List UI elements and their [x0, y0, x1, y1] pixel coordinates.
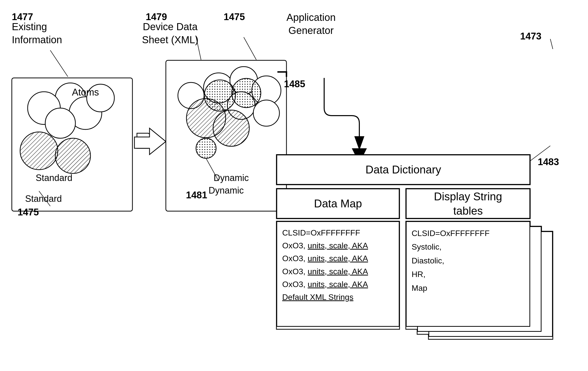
- dm-line4: OxO3, units, scale, AKA: [282, 265, 394, 278]
- svg-marker-14: [137, 133, 161, 148]
- svg-point-17: [204, 73, 234, 103]
- device-data-sheet-label: Device DataSheet (XML): [142, 20, 199, 46]
- existing-information-label: ExistingInformation: [12, 20, 62, 46]
- svg-rect-4: [12, 78, 132, 211]
- svg-line-41: [206, 158, 219, 181]
- svg-text:Standard: Standard: [36, 173, 72, 183]
- svg-point-7: [69, 97, 102, 129]
- app-gen-bracket: ⌐: [276, 60, 288, 83]
- data-dictionary-box: Data Dictionary: [276, 155, 530, 185]
- dm-line1: CLSID=OxFFFFFFFF: [282, 226, 394, 239]
- svg-point-18: [230, 67, 258, 94]
- ds-line3: Diastolic,: [412, 254, 524, 267]
- display-string-box: Display Stringtables: [406, 189, 530, 219]
- dm-line5: OxO3, units, scale, AKA: [282, 278, 394, 291]
- svg-point-5: [55, 83, 85, 113]
- svg-line-39: [244, 37, 256, 60]
- svg-point-11: [55, 138, 90, 173]
- svg-point-26: [232, 78, 261, 108]
- ds-line4: HR,: [412, 267, 524, 281]
- svg-marker-15: [134, 128, 166, 155]
- data-dictionary-label: Data Dictionary: [366, 163, 441, 176]
- svg-point-6: [28, 92, 60, 124]
- ds-line2: Systolic,: [412, 240, 524, 254]
- svg-point-9: [87, 84, 114, 112]
- svg-point-27: [196, 138, 216, 158]
- svg-point-8: [45, 108, 75, 138]
- svg-text:Dynamic: Dynamic: [214, 173, 249, 183]
- dm-line2: OxO3, units, scale, AKA: [282, 239, 394, 252]
- svg-point-22: [253, 100, 279, 126]
- ref-1473: 1473: [520, 30, 542, 42]
- ref-1475-bottom: 1475: [18, 206, 39, 218]
- svg-point-20: [178, 82, 204, 109]
- app-generator-label: ApplicationGenerator: [286, 11, 336, 37]
- svg-point-21: [227, 92, 255, 119]
- dm-line6: Default XML Strings: [282, 291, 394, 304]
- ref-1481: 1481: [186, 189, 207, 201]
- dynamic-label: Dynamic: [209, 185, 244, 197]
- ds-line5: Map: [412, 281, 524, 295]
- svg-point-23: [186, 99, 226, 138]
- svg-line-43: [550, 39, 553, 49]
- svg-point-10: [20, 132, 58, 170]
- display-content-main: CLSID=OxFFFFFFFF Systolic, Diastolic, HR…: [406, 221, 530, 327]
- data-map-content: CLSID=OxFFFFFFFF OxO3, units, scale, AKA…: [276, 221, 400, 327]
- ref-1483: 1483: [538, 156, 559, 168]
- ds-line1: CLSID=OxFFFFFFFF: [412, 226, 524, 240]
- svg-line-37: [50, 50, 68, 77]
- data-map-box: Data Map: [276, 189, 400, 219]
- dm-line3: OxO3, units, scale, AKA: [282, 252, 394, 265]
- display-string-label: Display Stringtables: [434, 189, 502, 218]
- svg-point-24: [213, 110, 249, 146]
- data-map-label: Data Map: [314, 197, 362, 210]
- svg-text:Atoms: Atoms: [72, 87, 99, 98]
- ref-1475-top: 1475: [224, 11, 245, 23]
- svg-point-25: [204, 80, 235, 111]
- standard-label: Standard: [25, 193, 62, 205]
